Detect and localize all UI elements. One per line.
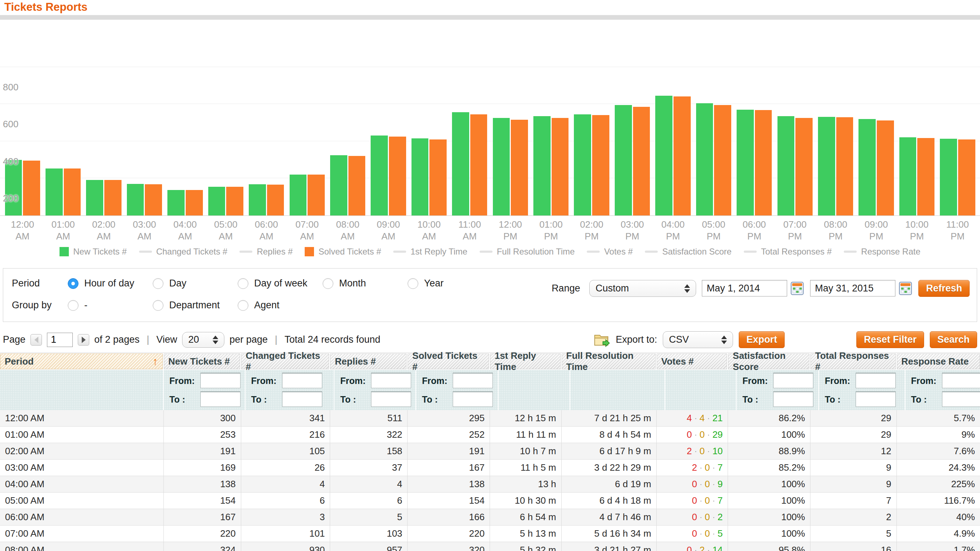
filter-from-response_rate-input[interactable]	[942, 373, 980, 388]
filter-to-solved_tickets-input[interactable]	[453, 392, 493, 407]
bar-new-tickets	[493, 118, 510, 215]
filter-to-label: To :	[340, 394, 371, 405]
x-axis-tick-label: 09:00PM	[856, 219, 896, 242]
legend-item-replies[interactable]: Replies #	[239, 247, 293, 257]
refresh-button[interactable]: Refresh	[918, 280, 970, 297]
legend-label: Changed Tickets #	[156, 247, 228, 257]
page-number-input[interactable]	[47, 333, 73, 347]
bar-new-tickets	[412, 139, 429, 215]
column-header-box-solved_tickets[interactable]: Solved Tickets #	[407, 354, 489, 369]
cell-votes: 0·2·14	[657, 542, 729, 551]
filter-to-label: To :	[825, 394, 856, 405]
legend-item-response-rate[interactable]: Response Rate	[844, 247, 920, 257]
radio-period-hour-of-day[interactable]: Hour of day	[68, 278, 153, 289]
bar-solved-tickets	[633, 107, 650, 215]
export-format-select[interactable]: CSV	[663, 331, 733, 348]
filter-from-changed_tickets-input[interactable]	[282, 373, 322, 388]
bar-new-tickets	[208, 187, 226, 215]
bar-group-08-00-pm	[815, 21, 856, 215]
vote-value-1: 0	[705, 479, 710, 490]
filter-from-line: From:	[170, 373, 240, 388]
export-button[interactable]: Export	[739, 331, 784, 348]
column-header-box-replies[interactable]: Replies #	[330, 354, 406, 369]
column-header-box-period[interactable]: Period↑	[0, 354, 163, 369]
radio-groupby-[interactable]: -	[68, 300, 153, 311]
legend-item-new-tickets[interactable]: New Tickets #	[59, 247, 127, 257]
column-header-box-first_reply_time[interactable]: 1st Reply Time	[490, 354, 561, 369]
cell-first_reply_time: 11 h 5 m	[490, 460, 562, 476]
column-header-label: Period	[5, 356, 34, 367]
radio-circle-icon	[323, 278, 333, 289]
column-header-box-satisfaction_score[interactable]: Satisfaction Score	[728, 354, 810, 369]
date-to-input[interactable]	[810, 280, 896, 296]
period-filter-row: Period Hour of dayDayDay of weekMonthYea…	[12, 278, 493, 289]
vote-separator: ·	[710, 496, 718, 505]
column-header-box-changed_tickets[interactable]: Changed Tickets #	[241, 354, 329, 369]
vote-value-0: 2	[687, 446, 692, 457]
filter-to-total_responses-input[interactable]	[856, 392, 896, 407]
filter-from-solved_tickets-input[interactable]	[453, 373, 493, 388]
radio-option-label: Department	[169, 300, 220, 311]
column-header-box-total_responses[interactable]: Total Responses #	[810, 354, 896, 369]
radio-groupby-agent[interactable]: Agent	[238, 300, 323, 311]
radio-circle-icon	[68, 300, 78, 311]
date-from-input[interactable]	[702, 280, 787, 296]
cell-votes: 2·0·10	[657, 443, 729, 459]
x-axis-tick-label: 12:00AM	[2, 219, 43, 242]
legend-item-votes[interactable]: Votes #	[587, 247, 633, 257]
radio-option-label: -	[84, 300, 88, 311]
range-select-value: Custom	[595, 283, 629, 294]
filter-from-satisfaction_score-input[interactable]	[773, 373, 813, 388]
per-page-select[interactable]: 20	[182, 332, 224, 348]
calendar-icon[interactable]	[791, 282, 803, 295]
bar-new-tickets	[655, 96, 673, 215]
calendar-icon[interactable]	[899, 282, 912, 295]
legend-item-changed-tickets[interactable]: Changed Tickets #	[139, 247, 228, 257]
filter-to-line: To :	[742, 392, 814, 407]
filter-from-new_tickets-input[interactable]	[200, 373, 240, 388]
legend-item-total-responses[interactable]: Total Responses #	[744, 247, 832, 257]
radio-period-month[interactable]: Month	[323, 278, 407, 289]
next-page-button[interactable]	[78, 334, 89, 346]
radio-period-year[interactable]: Year	[407, 278, 493, 289]
title-divider	[0, 15, 980, 20]
filter-from-replies-input[interactable]	[371, 373, 411, 388]
cell-first_reply_time: 11 h 11 m	[490, 427, 562, 443]
column-header-label: Total Responses #	[815, 350, 891, 373]
legend-item-1st-reply-time[interactable]: 1st Reply Time	[393, 247, 468, 257]
chart-x-axis: 12:00AM01:00AM02:00AM03:00AM04:00AM05:00…	[0, 219, 980, 242]
filter-panel: Period Hour of dayDayDay of weekMonthYea…	[3, 268, 977, 322]
bar-group-08-00-am	[327, 21, 368, 215]
bar-new-tickets	[86, 180, 103, 215]
column-header-box-new_tickets[interactable]: New Tickets #	[164, 354, 240, 369]
filter-from-total_responses-input[interactable]	[856, 373, 896, 388]
radio-period-day-of-week[interactable]: Day of week	[238, 278, 323, 289]
column-header-label: Satisfaction Score	[733, 350, 805, 373]
column-header-box-response_rate[interactable]: Response Rate	[897, 354, 980, 369]
legend-item-solved-tickets[interactable]: Solved Tickets #	[305, 247, 381, 257]
radio-period-day[interactable]: Day	[153, 278, 238, 289]
reset-filter-button[interactable]: Reset Filter	[856, 331, 924, 348]
column-header-box-votes[interactable]: Votes #	[657, 354, 727, 369]
bar-group-12-00-pm	[490, 21, 530, 215]
filter-to-replies-input[interactable]	[371, 392, 411, 407]
legend-item-full-resolution-time[interactable]: Full Resolution Time	[480, 247, 574, 257]
vote-value-0: 0	[687, 545, 692, 551]
cell-full_resolution_time: 3 d 21 h 27 m	[562, 542, 657, 551]
bar-solved-tickets	[389, 137, 406, 215]
filter-to-changed_tickets-input[interactable]	[282, 392, 322, 407]
column-header-box-full_resolution_time[interactable]: Full Resolution Time	[562, 354, 655, 369]
search-button[interactable]: Search	[930, 331, 977, 348]
radio-groupby-department[interactable]: Department	[153, 300, 238, 311]
filter-to-label: To :	[911, 394, 942, 405]
filter-cell-first_reply_time	[499, 370, 570, 410]
filter-to-response_rate-input[interactable]	[942, 392, 980, 407]
filter-to-new_tickets-input[interactable]	[200, 392, 240, 407]
separator: |	[273, 334, 280, 345]
legend-item-satisfaction-score[interactable]: Satisfaction Score	[645, 247, 731, 257]
range-select[interactable]: Custom	[589, 280, 696, 297]
cell-full_resolution_time: 6 d 4 h 18 m	[562, 492, 657, 509]
filter-to-satisfaction_score-input[interactable]	[773, 392, 813, 407]
prev-page-button[interactable]	[30, 334, 42, 346]
sort-asc-icon: ↑	[153, 355, 158, 368]
